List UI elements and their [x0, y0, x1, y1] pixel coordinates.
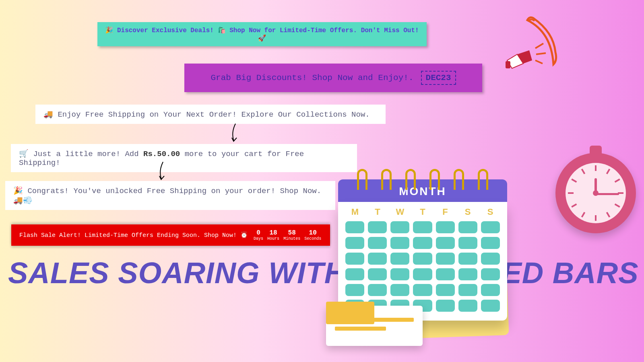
countdown-seconds: 10 Seconds — [304, 229, 321, 241]
svg-line-2 — [536, 53, 546, 54]
countdown-minutes: 58 Minutes — [283, 229, 300, 241]
flash-sale-text: Flash Sale Alert! Limited-Time Offers En… — [19, 231, 248, 239]
flash-sale-bar: Flash Sale Alert! Limited-Time Offers En… — [11, 224, 330, 246]
svg-line-3 — [535, 60, 543, 64]
promo-bar-purple: Grab Big Discounts! Shop Now and Enjoy!.… — [184, 64, 482, 92]
svg-rect-0 — [506, 61, 510, 68]
calendar-weekdays: M T W T F S S — [345, 207, 500, 217]
ship2-amount: Rs.50.00 — [143, 150, 180, 158]
countdown-days: 0 Days — [254, 229, 263, 241]
calendar-illustration: MONTH M T W T F S S — [338, 169, 507, 321]
promo-bar-purple-text: Grab Big Discounts! Shop Now and Enjoy!. — [211, 73, 413, 82]
free-shipping-bar-2: 🛒 Just a little more! Add Rs.50.00 more … — [11, 144, 357, 172]
svg-line-1 — [535, 43, 543, 48]
countdown-timer: 0 Days 18 Hours 58 Minutes 10 Seconds — [254, 229, 321, 241]
promo-bar-teal: 🎉 Discover Exclusive Deals! 🛍️ Shop Now … — [97, 22, 427, 46]
free-shipping-text-3: 🎉 Congrats! You've unlocked Free Shippin… — [13, 187, 321, 205]
note-card — [326, 306, 423, 346]
clock-illustration — [555, 153, 636, 233]
megaphone-icon — [495, 12, 568, 86]
promo-bar-teal-text: 🎉 Discover Exclusive Deals! 🛍️ Shop Now … — [105, 27, 419, 42]
promo-code[interactable]: DEC23 — [421, 71, 456, 85]
free-shipping-bar-1: 🚚 Enjoy Free Shipping on Your Next Order… — [35, 105, 386, 124]
headline-text: SALES SOARING WITH SCHEDULED BARS — [8, 257, 639, 289]
ship2-pre: 🛒 Just a little more! Add — [19, 150, 143, 158]
free-shipping-text-1: 🚚 Enjoy Free Shipping on Your Next Order… — [43, 110, 370, 119]
countdown-hours: 18 Hours — [267, 229, 279, 241]
free-shipping-bar-3: 🎉 Congrats! You've unlocked Free Shippin… — [5, 181, 335, 210]
